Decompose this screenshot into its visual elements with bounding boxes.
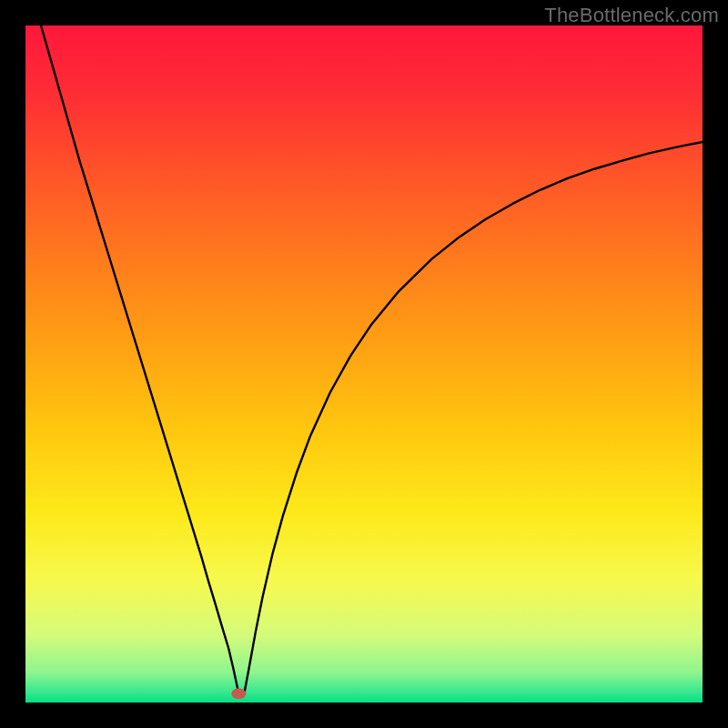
chart-frame: TheBottleneck.com [0, 0, 728, 728]
watermark-text: TheBottleneck.com [544, 4, 719, 27]
chart-svg [25, 25, 703, 703]
svg-rect-0 [25, 25, 703, 703]
curve-minimum-marker [231, 688, 246, 699]
plot-area [25, 25, 703, 703]
